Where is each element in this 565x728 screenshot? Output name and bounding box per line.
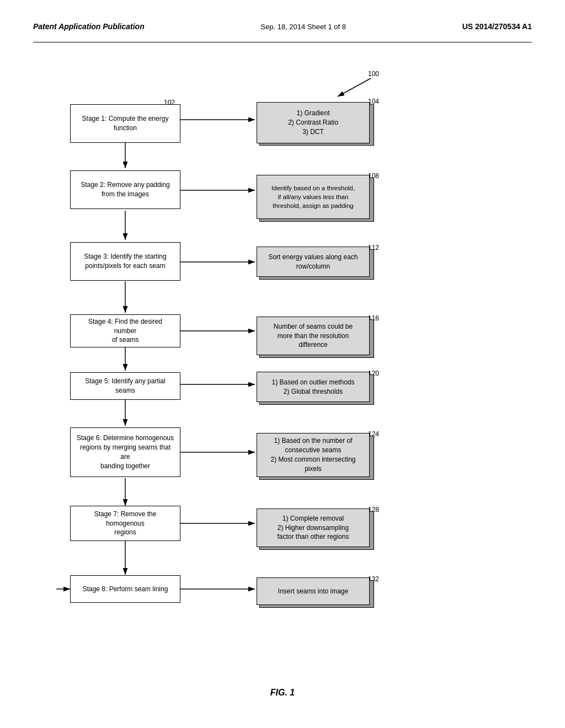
box-detail-120: 1) Based on outlier methods2) Global thr… — [257, 372, 370, 402]
box-stage-3: Stage 3: Identify the startingpoints/pix… — [70, 242, 180, 281]
ref-100-label: 100 — [368, 70, 379, 78]
box-stage-1: Stage 1: Compute the energyfunction — [70, 104, 180, 143]
box-stage-5: Stage 5: Identify any partial seams — [70, 372, 180, 400]
box-detail-108: Identify based on a threshold,if all/any… — [257, 175, 370, 219]
box-detail-104: 1) Gradient2) Contrast Ratio3) DCT — [257, 102, 370, 143]
box-detail-116: Number of seams could bemore than the re… — [257, 317, 370, 355]
header-right: US 2014/270534 A1 — [462, 22, 532, 31]
box-stage-2: Stage 2: Remove any paddingfrom the imag… — [70, 170, 180, 209]
box-stage-6: Stage 6: Determine homogenousregions by … — [70, 427, 180, 477]
box-stage-4: Stage 4: Find the desired numberof seams — [70, 314, 180, 347]
box-detail-128: 1) Complete removal2) Higher downsamplin… — [257, 508, 370, 547]
header-center: Sep. 18, 2014 Sheet 1 of 8 — [260, 23, 346, 31]
box-detail-112: Sort energy values along eachrow/column — [257, 247, 370, 277]
box-stage-7: Stage 7: Remove the homogenousregions — [70, 506, 180, 541]
svg-line-1 — [338, 78, 371, 97]
page-header: Patent Application Publication Sep. 18, … — [33, 22, 532, 42]
figure-caption: FIG. 1 — [33, 688, 532, 698]
page: Patent Application Publication Sep. 18, … — [0, 0, 565, 728]
box-stage-8: Stage 8: Perform seam lining — [70, 575, 180, 603]
box-detail-124: 1) Based on the number ofconsecutive sea… — [257, 433, 370, 477]
header-left: Patent Application Publication — [33, 22, 145, 31]
box-detail-132: Insert seams into image — [257, 577, 370, 605]
diagram: 100 102 Stage 1: Compute the energyfunct… — [40, 65, 525, 671]
